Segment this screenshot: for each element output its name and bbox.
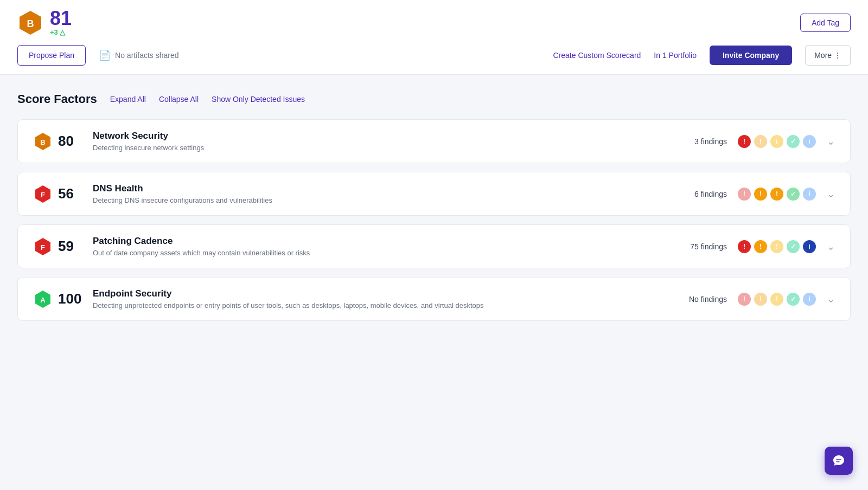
factor-desc-dns: Detecting DNS insecure configurations an… — [93, 196, 672, 204]
factor-info-network: Network Security Detecting insecure netw… — [93, 131, 672, 152]
severity-dots-endpoint: ! ! ! ✓ i — [738, 293, 816, 306]
dot-critical-dns: ! — [738, 188, 751, 201]
dot-green-dns: ✓ — [787, 188, 800, 201]
top-row: B 81 +3 △ Add Tag — [17, 9, 851, 36]
more-button[interactable]: More ⋮ — [805, 45, 851, 66]
collapse-all-button[interactable]: Collapse All — [159, 95, 199, 104]
expand-chevron-network[interactable]: ⌄ — [827, 136, 835, 147]
factor-card-network-security: B 80 Network Security Detecting insecure… — [17, 119, 851, 163]
dot-low-endpoint: ✓ — [787, 293, 800, 306]
factor-name-dns: DNS Health — [93, 183, 672, 194]
factor-right-dns: 6 findings ! ! ! ✓ i ⌄ — [683, 188, 835, 201]
grade-hexagon: B — [17, 10, 43, 36]
factor-info-dns: DNS Health Detecting DNS insecure config… — [93, 183, 672, 204]
dot-high-patching: ! — [754, 240, 767, 253]
dot-high-network: ! — [754, 135, 767, 148]
dot-high-endpoint: ! — [754, 293, 767, 306]
factor-card-patching: F 59 Patching Cadence Out of date compan… — [17, 224, 851, 268]
factor-desc-network: Detecting insecure network settings — [93, 144, 672, 152]
severity-dots-network: ! ! i ✓ i — [738, 135, 816, 148]
svg-text:F: F — [41, 243, 45, 252]
svg-text:F: F — [41, 191, 45, 199]
dot-medium-network: i — [770, 135, 783, 148]
score-endpoint: 100 — [58, 291, 81, 307]
propose-plan-button[interactable]: Propose Plan — [17, 45, 86, 66]
findings-patching: 75 findings — [690, 242, 727, 251]
expand-chevron-endpoint[interactable]: ⌄ — [827, 293, 835, 305]
score-delta: +3 △ — [50, 28, 72, 36]
factor-card-dns-health: F 56 DNS Health Detecting DNS insecure c… — [17, 172, 851, 216]
findings-network: 3 findings — [694, 137, 727, 146]
severity-dots-patching: ! ! ! ✓ i — [738, 240, 816, 253]
dot-low-patching: ✓ — [787, 240, 800, 253]
factor-grade-network: B 80 — [33, 132, 82, 151]
score-value: 81 — [50, 9, 72, 28]
factor-info-endpoint: Endpoint Security Detecting unprotected … — [93, 288, 672, 310]
factor-right-network: 3 findings ! ! i ✓ i ⌄ — [683, 135, 835, 148]
main-content: Score Factors Expand All Collapse All Sh… — [0, 75, 868, 347]
add-tag-button[interactable]: Add Tag — [800, 14, 851, 32]
factor-name-network: Network Security — [93, 131, 672, 141]
score-info: 81 +3 △ — [50, 9, 72, 36]
top-bar: B 81 +3 △ Add Tag Propose Plan 📄 No arti… — [0, 0, 868, 75]
severity-dots-dns: ! ! ! ✓ i — [738, 188, 816, 201]
factor-info-patching: Patching Cadence Out of date company ass… — [93, 236, 672, 257]
dot-medium-endpoint: ! — [770, 293, 783, 306]
action-row: Propose Plan 📄 No artifacts shared Creat… — [17, 45, 851, 66]
factor-name-patching: Patching Cadence — [93, 236, 672, 247]
score-patching: 59 — [58, 238, 74, 255]
score-factors-title: Score Factors — [17, 92, 97, 106]
factor-grade-patching: F 59 — [33, 237, 82, 256]
dot-critical-network: ! — [738, 135, 751, 148]
portfolio-button[interactable]: In 1 Portfolio — [654, 51, 697, 60]
dot-low-network: ✓ — [787, 135, 800, 148]
factor-right-patching: 75 findings ! ! ! ✓ i ⌄ — [683, 240, 835, 253]
show-detected-button[interactable]: Show Only Detected Issues — [212, 95, 305, 104]
score-dns: 56 — [58, 185, 74, 202]
dot-info-patching: i — [803, 240, 816, 253]
grade-hex-patching: F — [33, 237, 53, 256]
factor-grade-dns: F 56 — [33, 184, 82, 204]
factor-desc-endpoint: Detecting unprotected endpoints or entry… — [93, 301, 672, 310]
dot-info-dns: i — [803, 188, 816, 201]
dot-info-endpoint: i — [803, 293, 816, 306]
expand-chevron-patching[interactable]: ⌄ — [827, 241, 835, 253]
expand-chevron-dns[interactable]: ⌄ — [827, 188, 835, 200]
findings-endpoint: No findings — [689, 295, 727, 304]
dot-high-dns: ! — [754, 188, 767, 201]
artifacts-info: 📄 No artifacts shared — [99, 49, 179, 61]
file-icon: 📄 — [99, 49, 111, 61]
svg-text:A: A — [40, 296, 46, 304]
create-scorecard-button[interactable]: Create Custom Scorecard — [553, 51, 641, 60]
score-factors-header: Score Factors Expand All Collapse All Sh… — [17, 92, 851, 106]
grade-hex-dns: F — [33, 184, 53, 204]
factor-card-endpoint: A 100 Endpoint Security Detecting unprot… — [17, 277, 851, 321]
dot-critical-patching: ! — [738, 240, 751, 253]
grade-hex-network: B — [33, 132, 53, 151]
grade-hex-endpoint: A — [33, 289, 53, 309]
factor-desc-patching: Out of date company assets which may con… — [93, 249, 672, 257]
dot-medium-patching: ! — [770, 240, 783, 253]
findings-dns: 6 findings — [694, 190, 727, 198]
expand-all-button[interactable]: Expand All — [110, 95, 146, 104]
dot-high2-dns: ! — [770, 188, 783, 201]
artifacts-label: No artifacts shared — [115, 51, 179, 60]
svg-text:B: B — [27, 18, 34, 29]
dot-critical-endpoint: ! — [738, 293, 751, 306]
dot-info-network: i — [803, 135, 816, 148]
score-section: B 81 +3 △ — [17, 9, 72, 36]
svg-text:B: B — [40, 138, 45, 146]
factor-name-endpoint: Endpoint Security — [93, 288, 672, 299]
score-network: 80 — [58, 133, 74, 150]
factor-grade-endpoint: A 100 — [33, 289, 82, 309]
invite-company-button[interactable]: Invite Company — [710, 46, 792, 65]
factor-right-endpoint: No findings ! ! ! ✓ i ⌄ — [683, 293, 835, 306]
